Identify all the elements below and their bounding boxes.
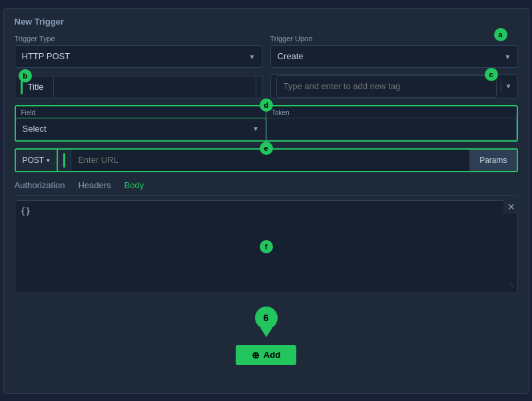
add-button[interactable]: ⊕ Add bbox=[236, 345, 296, 365]
tab-body[interactable]: Body bbox=[125, 180, 144, 192]
add-label: Add bbox=[264, 350, 280, 360]
pin-number: 6 bbox=[255, 307, 278, 329]
trigger-type-label: Trigger Type bbox=[15, 35, 262, 43]
close-body-button[interactable]: ✕ bbox=[503, 200, 519, 213]
tag-input-wrapper: | ▼ bbox=[270, 74, 518, 98]
post-caret-icon: ▾ bbox=[47, 157, 50, 164]
post-method-button[interactable]: POST ▾ bbox=[16, 150, 59, 171]
trigger-type-select-wrapper: HTTP POST bbox=[15, 45, 262, 68]
field-select[interactable]: Select bbox=[16, 118, 266, 139]
token-section: Token bbox=[266, 106, 517, 140]
add-icon: ⊕ bbox=[252, 350, 260, 360]
trigger-upon-label: Trigger Upon bbox=[270, 35, 518, 43]
annotation-badge-e: e bbox=[260, 142, 273, 155]
title-input-row: Title bbox=[15, 76, 262, 98]
field-inner-label: Field bbox=[16, 106, 266, 118]
title-label-text: Title bbox=[28, 82, 44, 92]
params-button[interactable]: Params bbox=[470, 150, 516, 171]
tag-dropdown-icon[interactable]: ▼ bbox=[505, 82, 512, 90]
tag-divider: | bbox=[499, 80, 502, 92]
annotation-badge-d: d bbox=[260, 98, 273, 112]
pin-icon: 6 bbox=[255, 307, 278, 329]
trigger-type-select[interactable]: HTTP POST bbox=[15, 45, 262, 68]
title-field-group: Title b bbox=[15, 76, 262, 98]
tag-input-group: | ▼ c bbox=[270, 74, 518, 98]
tab-headers[interactable]: Headers bbox=[78, 180, 111, 192]
modal-title: New Trigger bbox=[15, 17, 518, 27]
tab-authorization[interactable]: Authorization bbox=[15, 180, 65, 192]
annotation-badge-c: c bbox=[485, 68, 498, 81]
trigger-upon-select[interactable]: Create bbox=[270, 45, 518, 68]
field-select-wrapper: Select bbox=[16, 118, 266, 139]
trigger-upon-group: Trigger Upon Create a bbox=[270, 35, 518, 68]
token-input[interactable] bbox=[266, 118, 517, 140]
url-left-bar bbox=[63, 153, 65, 168]
annotation-badge-a: a bbox=[494, 28, 507, 41]
resize-handle[interactable]: ⤡ bbox=[508, 281, 515, 290]
field-section: Field Select bbox=[16, 106, 267, 140]
body-content: {} bbox=[21, 206, 512, 216]
add-section: 6 ⊕ Add bbox=[15, 307, 518, 365]
post-method-label: POST bbox=[23, 156, 45, 165]
tabs-row: Authorization Headers Body bbox=[15, 180, 518, 196]
annotation-badge-f: f bbox=[260, 240, 273, 253]
trigger-upon-select-wrapper: Create bbox=[270, 45, 518, 68]
token-inner-label: Token bbox=[266, 106, 517, 118]
title-input[interactable] bbox=[53, 76, 256, 98]
tag-input[interactable] bbox=[276, 75, 497, 98]
new-trigger-modal: New Trigger Trigger Type HTTP POST Trigg… bbox=[3, 8, 529, 394]
trigger-type-group: Trigger Type HTTP POST bbox=[15, 35, 262, 68]
annotation-badge-b: b bbox=[19, 69, 32, 82]
